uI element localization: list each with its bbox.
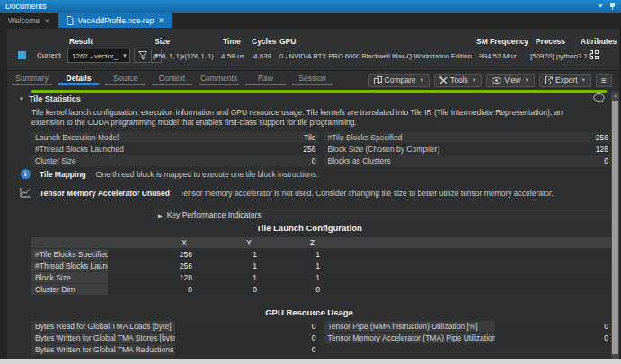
cell-y: 1 [198,272,262,283]
compare-icon [374,76,382,84]
table-row: Cluster Dim 0 0 0 [31,284,611,295]
chevron-down-icon[interactable]: ▾ [599,2,602,11]
cell-x: 128 [108,272,198,283]
cell-z: 1 [262,261,325,271]
gpu-resource-usage-title: GPU Resource Usage [7,307,611,317]
notice-text: One thread block is mapped to execute on… [96,170,319,179]
tab-details[interactable]: Details [56,74,102,86]
chevron-down-icon: ▼ [120,53,129,58]
export-button[interactable]: Export ▼ [539,74,591,87]
row-label: Block Size (Chosen by Compiler) [324,144,513,155]
tab-vecaddprofile-label: VecAddProfile.ncu-rep [78,16,155,25]
row-label: Bytes Written for Global TMA Reductions … [31,344,175,355]
compare-button[interactable]: Compare ▼ [368,74,430,87]
comment-icon[interactable] [593,93,605,103]
result-dropdown[interactable]: 1262 - vector_ ▼ [67,49,130,63]
tab-vecaddprofile[interactable]: VecAddProfile.ncu-rep ✕ [58,13,173,28]
tab-raw[interactable]: Raw [243,74,288,86]
cell-z: 0 [262,284,325,295]
vertical-scrollbar[interactable]: ▲ [611,92,619,359]
result-column-label: Result [69,37,93,46]
eye-icon [492,76,501,84]
chart-icon [19,188,31,198]
cell-x: 0 [108,284,198,295]
table-row: Bytes Written for Global TMA Reductions … [31,344,611,355]
tile-launch-configuration-table: X Y Z #Tile Blocks Specified 256 1 1 #Th… [31,237,611,296]
size-value: (256, 1, 1)x(128, 1, 1) [153,52,214,60]
row-label: Cluster Dim [31,284,108,295]
attributes-column-label: Attributes [581,37,617,46]
menu-icon[interactable]: ≡ [596,74,612,87]
size-column-label: Size [155,37,170,46]
tab-welcome-label: Welcome [8,16,40,25]
close-icon[interactable]: ✕ [44,17,49,25]
row-value: 0 [175,321,319,332]
time-column-label: Time [223,37,241,46]
row-value: 256 [512,132,611,143]
tab-context[interactable]: Context [149,74,195,86]
sm-frequency-value: 994.52 Mhz [479,52,517,60]
column-header-z: Z [262,237,325,248]
column-header-y: Y [198,237,262,248]
row-label: #Tile Blocks Specified [324,132,513,143]
row-label: Cluster Size [31,155,220,166]
notice-title: Tile Mapping [40,170,86,179]
triangle-down-icon: ▼ [19,96,24,102]
section-progress-bar [31,90,607,93]
row-value: 0 [175,333,319,343]
tile-statistics-title: Tile Statistics [29,94,81,103]
scrollbar-thumb[interactable] [612,101,618,354]
table-row: #Thread Blocks Launched 256 Block Size (… [31,144,611,155]
chevron-down-icon: ▼ [419,77,423,83]
tab-summary[interactable]: Summary [9,74,55,86]
tile-statistics-section-header[interactable]: ▼ Tile Statistics [19,94,81,103]
document-tabbar: Welcome ✕ VecAddProfile.ncu-rep ✕ [0,13,621,28]
export-icon [545,76,553,84]
row-value: 128 [512,144,611,155]
time-value: 4.58 us [221,52,244,60]
filter-button[interactable] [134,49,152,63]
row-value: 0 [495,321,612,332]
tile-launch-configuration-title: Tile Launch Configuration [7,223,611,233]
report-toolbar: Compare ▼ Tools ▼ View ▼ Export ▼ ≡ [368,74,612,87]
table-row: Block Size 128 1 1 [31,272,611,283]
tab-session[interactable]: Session [289,74,335,86]
row-label: Tensor Memory Accelerator (TMA) Pipe Uti… [324,333,495,343]
notice-text: Tensor memory accelerator is not used. C… [180,189,554,198]
table-header-row: X Y Z [31,237,611,248]
key-performance-indicators-expander[interactable]: ▶ Key Performance Indicators [153,209,611,220]
tile-statistics-description: Tile kernel launch configuration, execut… [31,108,592,127]
launch-info-table: Launch Execution Model Tile #Tile Blocks… [31,132,611,167]
triangle-right-icon: ▶ [158,212,163,218]
report-header: Current Result 1262 - vector_ ▼ ▼ Size (… [7,29,619,71]
info-icon: i [19,169,31,179]
tools-icon [439,76,448,84]
cell-x: 256 [108,261,198,271]
sm-frequency-column-label: SM Frequency [476,37,528,46]
view-button-label: View [504,75,520,84]
current-result-color-swatch[interactable] [18,51,26,59]
close-icon[interactable]: ✕ [158,16,164,24]
gpu-resource-usage-table: Bytes Read for Global TMA Loads [byte] 0… [31,321,611,356]
view-button[interactable]: View ▼ [486,74,535,87]
row-value: 0 [175,344,319,355]
page-tabbar: Summary Details Source Context Comments … [7,71,619,89]
tools-button[interactable]: Tools ▼ [434,74,482,87]
export-button-label: Export [555,75,578,84]
gpu-value: 0 - NVIDIA RTX PRO 6000 Blackwell Max-Q … [279,52,472,60]
cell-y: 1 [198,249,262,260]
tab-comments[interactable]: Comments [196,74,242,86]
cell-z: 1 [262,249,325,260]
tab-welcome[interactable]: Welcome ✕ [0,13,58,28]
documents-titlebar: Documents ▾ [0,0,621,13]
row-label: Bytes Read for Global TMA Loads [byte] [31,321,175,332]
table-row: Bytes Written for Global TMA Stores [byt… [31,333,611,343]
attributes-grid-icon[interactable] [590,50,599,60]
scroll-up-icon[interactable]: ▲ [611,93,619,98]
tma-unused-notice: Tensor Memory Accelerator Unused Tensor … [19,188,605,198]
cycles-column-label: Cycles [252,37,276,46]
tab-source[interactable]: Source [102,74,148,86]
tools-button-label: Tools [450,75,468,84]
row-label: #Thread Blocks Launched [31,261,108,271]
pin-icon[interactable] [609,3,616,10]
